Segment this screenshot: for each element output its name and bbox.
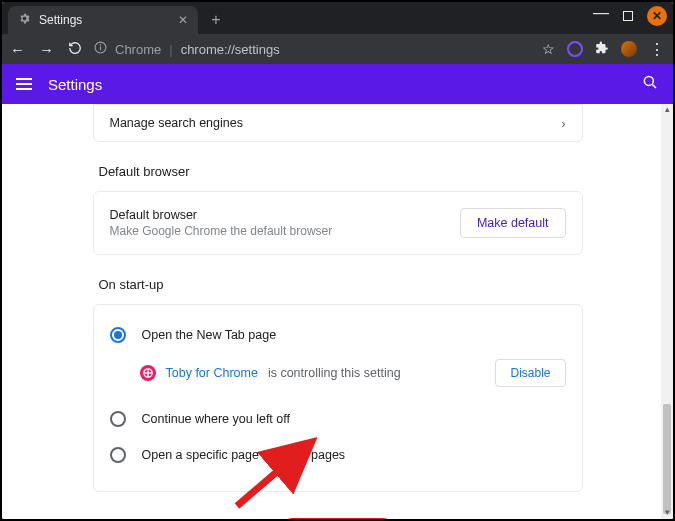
extension-controlling-row: Toby for Chrome is controlling this sett… [110,353,566,401]
browser-menu-icon[interactable]: ⋮ [649,40,665,59]
scrollbar-thumb[interactable] [663,404,671,514]
bookmark-icon[interactable]: ☆ [542,41,555,57]
startup-card: Open the New Tab page Toby for Chrome is… [93,304,583,492]
make-default-button[interactable]: Make default [460,208,566,238]
extension-msg: is controlling this setting [268,366,401,380]
radio-unselected-icon [110,411,126,427]
manage-search-engines-row[interactable]: Manage search engines › [94,105,582,141]
startup-option-continue[interactable]: Continue where you left off [110,401,566,437]
row-label: Manage search engines [110,116,243,130]
window-controls: ― ✕ [593,6,667,26]
browser-tab[interactable]: Settings ✕ [8,6,198,34]
startup-option-specific[interactable]: Open a specific page or set of pages [110,437,566,473]
new-tab-button[interactable]: + [204,8,228,32]
startup-option-new-tab[interactable]: Open the New Tab page [110,317,566,353]
svg-line-4 [652,84,656,88]
vertical-scrollbar[interactable]: ▴ ▾ [661,104,673,519]
scroll-up-icon[interactable]: ▴ [661,104,673,116]
option-label: Open a specific page or set of pages [142,448,346,462]
svg-point-1 [100,44,102,46]
gear-icon [18,12,31,28]
option-label: Open the New Tab page [142,328,277,342]
profile-avatar[interactable] [621,41,637,57]
toby-extension-icon [140,365,156,381]
close-window-icon[interactable]: ✕ [647,6,667,26]
menu-icon[interactable] [16,78,32,90]
default-browser-card: Default browser Make Google Chrome the d… [93,191,583,255]
url-scheme: Chrome [115,42,161,57]
extension-icon[interactable] [567,41,583,57]
scroll-down-icon[interactable]: ▾ [661,507,673,519]
address-bar[interactable]: Chrome | chrome://settings [94,41,530,57]
default-browser-title: Default browser [110,208,460,222]
page-title: Settings [48,76,625,93]
search-icon[interactable] [641,73,659,96]
browser-titlebar: Settings ✕ + ― ✕ [2,2,673,34]
forward-icon[interactable]: → [39,41,54,58]
default-browser-sub: Make Google Chrome the default browser [110,224,460,238]
tab-title: Settings [39,13,170,27]
svg-rect-2 [100,46,101,50]
close-tab-icon[interactable]: ✕ [178,13,188,27]
section-title-startup: On start-up [99,277,583,292]
option-label: Continue where you left off [142,412,290,426]
url-path: chrome://settings [181,42,280,57]
reload-icon[interactable] [68,41,82,58]
extension-name-link[interactable]: Toby for Chrome [166,366,258,380]
site-info-icon[interactable] [94,41,107,57]
back-icon[interactable]: ← [10,41,25,58]
extensions-menu-icon[interactable] [595,41,609,58]
svg-point-3 [644,76,653,85]
chevron-right-icon: › [561,116,565,131]
maximize-icon[interactable] [623,11,633,21]
advanced-toggle-button[interactable]: Advanced ▼ [277,518,399,519]
browser-toolbar: ← → Chrome | chrome://settings ☆ ⋮ [2,34,673,64]
settings-header: Settings [2,64,673,104]
disable-extension-button[interactable]: Disable [495,359,565,387]
section-title-default-browser: Default browser [99,164,583,179]
radio-selected-icon [110,327,126,343]
radio-unselected-icon [110,447,126,463]
